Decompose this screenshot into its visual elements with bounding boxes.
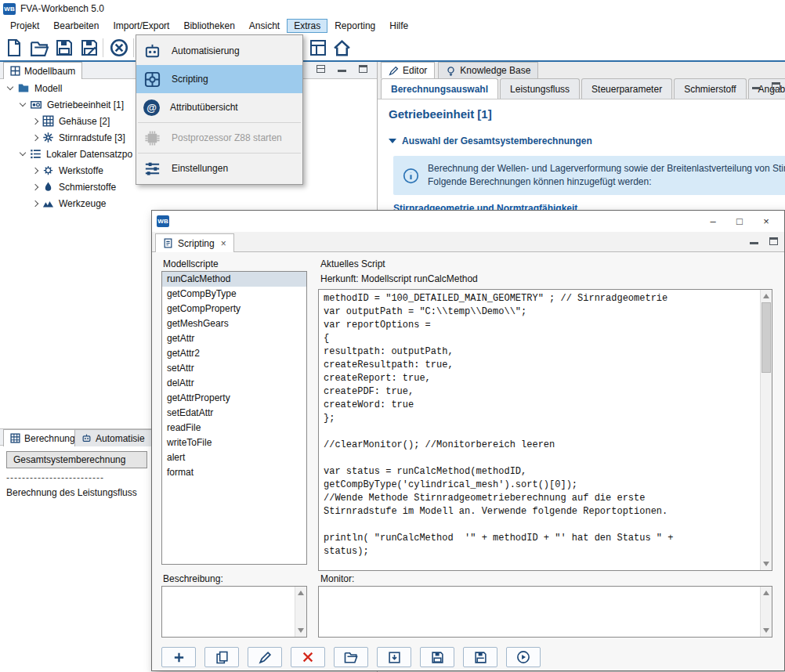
script-list-item[interactable]: delAttr <box>162 376 306 391</box>
scroll-down-icon[interactable] <box>763 628 769 633</box>
tab-editor[interactable]: Editor <box>381 62 435 78</box>
script-list[interactable]: runCalcMethod getCompByType getCompPrope… <box>161 271 307 565</box>
info-line-2: Folgende Berechnungen können hinzugefügt… <box>428 175 785 189</box>
menu-bibliotheken[interactable]: Bibliotheken <box>176 19 241 33</box>
menu-item-scripting[interactable]: Scripting <box>136 65 302 93</box>
expander-right-icon[interactable] <box>32 200 38 206</box>
script-list-item[interactable]: format <box>162 465 306 480</box>
tree-item-werkzeuge[interactable]: Werkzeuge <box>0 195 377 211</box>
section-header[interactable]: Auswahl der Gesamtsystemberechnungen <box>389 135 592 146</box>
tree-item-label: Werkstoffe <box>59 165 103 176</box>
chip-icon <box>143 129 161 147</box>
home-icon[interactable] <box>331 37 353 59</box>
subtab-steuerparameter[interactable]: Steuerparameter <box>581 78 672 99</box>
code-scrollbar[interactable] <box>760 290 772 570</box>
script-list-item[interactable]: getAttr2 <box>162 346 306 361</box>
copy-script-button[interactable] <box>204 647 239 667</box>
script-origin-label: Herkunft: Modellscript runCalcMethod <box>320 273 478 284</box>
scroll-up-icon[interactable] <box>763 294 769 298</box>
script-list-item[interactable]: getCompProperty <box>162 302 306 316</box>
tab-knowledge-base[interactable]: Knowledge Base <box>438 62 538 78</box>
menu-import-export[interactable]: Import/Export <box>106 19 176 33</box>
expander-down-icon[interactable] <box>20 100 26 107</box>
dialog-logo-icon: WB <box>157 215 169 227</box>
maximize-panel-icon[interactable] <box>769 237 778 245</box>
script-code[interactable]: methodID = "100_DETAILED_MAIN_GEOMETRY" … <box>319 290 758 565</box>
cancel-icon[interactable] <box>108 37 130 59</box>
scroll-down-icon[interactable] <box>298 628 304 633</box>
save-icon <box>431 651 444 664</box>
tab-scripting[interactable]: Scripting × <box>155 233 234 252</box>
expander-right-icon[interactable] <box>32 167 38 173</box>
expander-down-icon[interactable] <box>20 150 26 156</box>
minimize-panel-icon[interactable] <box>338 65 346 73</box>
menu-projekt[interactable]: Projekt <box>3 19 46 33</box>
script-list-item[interactable]: getCompByType <box>162 287 306 302</box>
script-list-item[interactable]: setAttr <box>162 361 306 376</box>
calc-item-leistungsfluss[interactable]: Berechnung des Leistungsfluss <box>6 487 137 498</box>
edit-script-button[interactable] <box>248 647 282 667</box>
subtab-leistungsfluss[interactable]: Leistungsfluss <box>500 78 580 99</box>
tree-item-label: Lokaler Datensatzpo <box>46 149 132 160</box>
dialog-maximize-icon[interactable]: □ <box>726 215 753 227</box>
script-list-item[interactable]: getAttrProperty <box>162 391 306 406</box>
close-tab-icon[interactable]: × <box>221 238 226 249</box>
script-list-item[interactable]: runCalcMethod <box>162 272 306 287</box>
expander-right-icon[interactable] <box>32 117 38 124</box>
add-script-button[interactable] <box>161 647 196 667</box>
expander-down-icon[interactable] <box>7 84 13 90</box>
dialog-titlebar[interactable]: WB – □ × <box>152 211 784 232</box>
menu-bearbeiten[interactable]: Bearbeiten <box>46 19 106 33</box>
script-list-item[interactable]: writeToFile <box>162 435 306 450</box>
open-script-button[interactable] <box>334 647 368 667</box>
subtab-berechnungsauswahl[interactable]: Berechnungsauswahl <box>381 78 498 99</box>
minimize-panel-icon[interactable] <box>752 82 761 90</box>
menu-hilfe[interactable]: Hilfe <box>382 19 415 33</box>
scroll-down-icon[interactable] <box>763 562 769 566</box>
save-as-script-button[interactable] <box>463 647 497 667</box>
maximize-panel-icon[interactable] <box>359 65 367 73</box>
menu-extras[interactable]: Extras <box>287 19 327 33</box>
monitor-field[interactable] <box>318 586 772 638</box>
delete-script-button[interactable] <box>291 647 325 667</box>
import-script-button[interactable] <box>377 647 411 667</box>
menu-item-automatisierung[interactable]: Automatisierung <box>136 37 302 65</box>
tab-modellbaum[interactable]: Modellbaum <box>3 62 82 79</box>
script-list-item[interactable]: alert <box>162 450 306 465</box>
folder-icon <box>17 82 30 94</box>
view-menu-icon[interactable] <box>317 65 325 73</box>
menu-reporting[interactable]: Reporting <box>327 19 382 33</box>
report-table-icon[interactable] <box>307 37 329 59</box>
script-list-item[interactable]: getAttr <box>162 331 306 346</box>
save-as-icon[interactable] <box>78 37 100 59</box>
new-document-icon[interactable] <box>3 37 25 59</box>
subtab-schmierstoff[interactable]: Schmierstoff <box>674 78 746 99</box>
open-folder-icon[interactable] <box>28 37 50 59</box>
scroll-up-icon[interactable] <box>298 591 304 595</box>
menu-item-attributuebersicht[interactable]: @ Attributübersicht <box>136 93 302 121</box>
script-list-item[interactable]: getMeshGears <box>162 316 306 331</box>
menu-separator <box>138 122 301 123</box>
script-list-item[interactable]: readFile <box>162 421 306 435</box>
dialog-close-icon[interactable]: × <box>753 215 780 227</box>
scripts-list-label: Modellscripte <box>163 258 219 269</box>
description-field[interactable] <box>161 586 307 638</box>
expander-right-icon[interactable] <box>32 134 38 140</box>
menu-item-einstellungen[interactable]: Einstellungen <box>136 154 302 182</box>
dialog-minimize-icon[interactable]: – <box>700 215 726 227</box>
script-code-editor[interactable]: methodID = "100_DETAILED_MAIN_GEOMETRY" … <box>318 289 772 571</box>
run-script-button[interactable] <box>506 647 541 667</box>
minimize-panel-icon[interactable] <box>750 237 758 245</box>
calc-item-gesamtsystem[interactable]: Gesamtsystemberechnung <box>6 451 147 468</box>
expander-right-icon[interactable] <box>32 183 38 190</box>
script-list-item[interactable]: setEdatAttr <box>162 406 306 421</box>
save-script-button[interactable] <box>420 647 454 667</box>
maximize-panel-icon[interactable] <box>772 82 780 90</box>
scrollbar-thumb[interactable] <box>761 302 771 373</box>
save-icon[interactable] <box>53 37 75 59</box>
app-logo-icon: WB <box>3 3 16 15</box>
monitor-scrollbar[interactable] <box>760 587 772 637</box>
menu-ansicht[interactable]: Ansicht <box>242 19 287 33</box>
scroll-up-icon[interactable] <box>763 591 769 595</box>
description-scrollbar[interactable] <box>295 587 306 637</box>
